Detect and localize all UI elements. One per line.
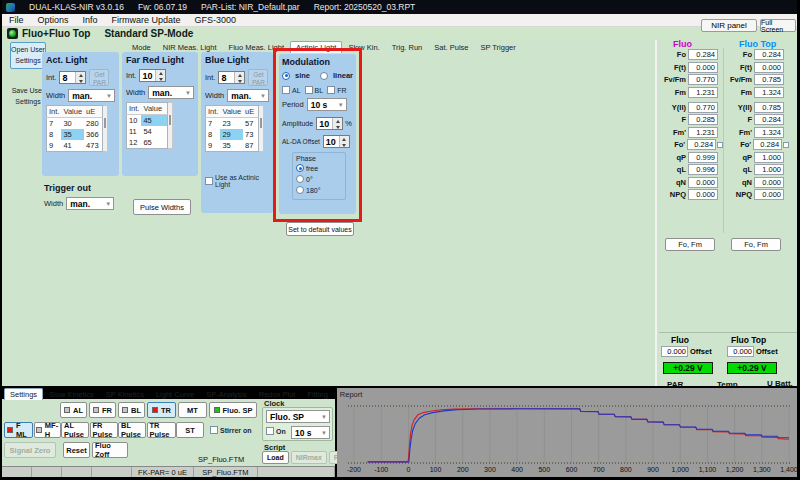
tab-sp-trigger[interactable]: SP Trigger <box>474 41 521 53</box>
table-cell[interactable]: 10 <box>127 115 142 127</box>
phase-radio-0[interactable] <box>296 164 304 172</box>
al-da-offset-spinner[interactable]: 10 <box>323 135 350 148</box>
fluo-zoff-button[interactable]: Fluo Zoff <box>92 442 128 458</box>
table-cell[interactable]: 35 <box>220 140 243 152</box>
nir-panel-button[interactable]: NIR panel <box>701 19 757 32</box>
table-cell[interactable]: 8 <box>206 129 221 140</box>
tab-report[interactable]: Report <box>334 388 369 400</box>
bl-checkbox[interactable] <box>305 86 313 94</box>
st-button[interactable]: ST <box>176 422 204 438</box>
tbl-act-grid[interactable]: Int.ValueuE730280835366941473 <box>46 105 103 152</box>
table-row[interactable]: 82973 <box>206 129 259 140</box>
fo-fm-button-1[interactable]: Fo, Fm <box>731 238 781 251</box>
table-scrollbar[interactable] <box>259 105 264 152</box>
table-cell[interactable]: 23 <box>220 118 243 130</box>
table-cell[interactable]: 45 <box>141 115 167 127</box>
table-cell[interactable]: 87 <box>243 140 258 152</box>
table-cell[interactable]: 8 <box>47 129 62 140</box>
tab-fitting[interactable]: Fitting <box>301 388 333 400</box>
table-cell[interactable]: 57 <box>243 118 258 130</box>
blue-int-down-icon[interactable] <box>235 78 244 84</box>
menu-item-options[interactable]: Options <box>31 15 76 25</box>
bl-pulse-button[interactable]: BL Pulse <box>118 422 146 438</box>
sine-radio[interactable] <box>282 72 290 80</box>
table-cell[interactable]: 30 <box>61 118 84 130</box>
table-row[interactable]: 1265 <box>127 137 168 149</box>
use-actinic-checkbox[interactable] <box>205 177 213 185</box>
clock-interval-dropdown[interactable]: 10 s ▼ <box>291 426 330 439</box>
tbl-blue-grid[interactable]: Int.ValueuE723578297393587 <box>205 105 259 152</box>
tab-trig-run[interactable]: Trig. Run <box>386 41 429 53</box>
signal-zero-button[interactable]: Signal Zero <box>4 442 56 458</box>
table-row[interactable]: 835366 <box>47 129 103 140</box>
tbl-fr-grid[interactable]: Int.Value104511541265 <box>126 102 168 149</box>
al-checkbox[interactable] <box>282 86 290 94</box>
far-red-table[interactable]: Int.Value104511541265 <box>126 102 194 149</box>
tab-sp-kinetics[interactable]: SP Kinetics <box>100 388 150 400</box>
f-ml-button[interactable]: F ML <box>4 422 33 438</box>
fr-pulse-button[interactable]: FR Pulse <box>90 422 118 438</box>
table-cell[interactable]: 280 <box>84 118 102 130</box>
period-dropdown[interactable]: 10 s ▼ <box>307 98 347 111</box>
table-cell[interactable]: 29 <box>220 129 243 140</box>
act-width-dropdown[interactable]: man. ▼ <box>68 89 115 102</box>
tab-sp-analysis[interactable]: SP-Analysis <box>200 388 252 400</box>
fr-checkbox[interactable] <box>327 86 335 94</box>
trigger-width-dropdown[interactable]: man. ▼ <box>66 197 114 210</box>
menu-item-file[interactable]: File <box>2 15 31 25</box>
mt-button[interactable]: MT <box>178 402 207 418</box>
set-defaults-button[interactable]: Set to default values <box>286 222 354 236</box>
menu-item-gfs-3000[interactable]: GFS-3000 <box>188 15 244 25</box>
fr-int-down-icon[interactable] <box>156 76 165 82</box>
blue-light-table[interactable]: Int.ValueuE723578297393587 <box>205 105 269 152</box>
tab-actinic-light[interactable]: Actinic Light <box>290 41 342 53</box>
script-nirmax-button[interactable]: NIRmax <box>291 451 327 464</box>
linear-radio[interactable] <box>320 72 328 80</box>
pulse-widths-button[interactable]: Pulse Widths <box>133 199 191 215</box>
fr-button[interactable]: FR <box>89 402 116 418</box>
tab-slow-kin-[interactable]: Slow Kin. <box>342 41 385 53</box>
offset-down-icon[interactable] <box>340 142 349 148</box>
open-user-settings-button[interactable]: Open User Settings <box>10 42 46 69</box>
menu-item-info[interactable]: Info <box>76 15 105 25</box>
phase-radio-2[interactable] <box>296 186 304 194</box>
phase-radio-1[interactable] <box>296 175 304 183</box>
table-cell[interactable]: 11 <box>127 126 142 137</box>
tab-slow-kinetics[interactable]: Slow Kinetics <box>43 388 100 400</box>
table-cell[interactable]: 35 <box>61 129 84 140</box>
table-row[interactable]: 72357 <box>206 118 259 130</box>
fluo-sp-button[interactable]: Fluo. SP <box>209 402 257 418</box>
table-row[interactable]: 1045 <box>127 115 168 127</box>
tr-pulse-button[interactable]: TR Pulse <box>147 422 176 438</box>
fo-prime-checkbox[interactable] <box>717 142 723 148</box>
full-screen-button[interactable]: Full Screen <box>760 19 796 32</box>
save-user-settings-button[interactable]: Save User Settings <box>10 83 46 110</box>
table-cell[interactable]: 41 <box>61 140 84 152</box>
tab-sat-pulse[interactable]: Sat. Pulse <box>428 41 474 53</box>
act-light-table[interactable]: Int.ValueuE730280835366941473 <box>46 105 115 152</box>
act-get-par-button[interactable]: Get PAR <box>89 69 109 86</box>
fo-fm-button-0[interactable]: Fo, Fm <box>665 238 715 251</box>
act-int-spinner[interactable]: 8 <box>59 71 86 84</box>
table-row[interactable]: 1154 <box>127 126 168 137</box>
script-load-button[interactable]: Load <box>262 451 289 464</box>
fo-prime-checkbox[interactable] <box>783 142 789 148</box>
clock-mode-dropdown[interactable]: Fluo. SP ▼ <box>266 410 330 423</box>
table-scrollbar[interactable] <box>103 105 108 152</box>
tab-redox-plot[interactable]: Redox Plot <box>253 388 302 400</box>
table-cell[interactable]: 7 <box>47 118 62 130</box>
table-cell[interactable]: 9 <box>206 140 221 152</box>
fr-width-dropdown[interactable]: man. ▼ <box>148 86 194 99</box>
bl-button[interactable]: BL <box>118 402 145 418</box>
table-cell[interactable]: 366 <box>84 129 102 140</box>
act-int-down-icon[interactable] <box>76 78 85 84</box>
reset-button[interactable]: Reset <box>63 442 90 458</box>
table-cell[interactable]: 54 <box>141 126 167 137</box>
blue-width-dropdown[interactable]: man. ▼ <box>227 89 269 102</box>
amplitude-spinner[interactable]: 10 <box>316 117 343 130</box>
table-cell[interactable]: 473 <box>84 140 102 152</box>
table-scrollbar[interactable] <box>168 102 173 149</box>
table-row[interactable]: 941473 <box>47 140 103 152</box>
table-cell[interactable]: 12 <box>127 137 142 149</box>
blue-get-par-button[interactable]: Get PAR <box>248 69 268 86</box>
